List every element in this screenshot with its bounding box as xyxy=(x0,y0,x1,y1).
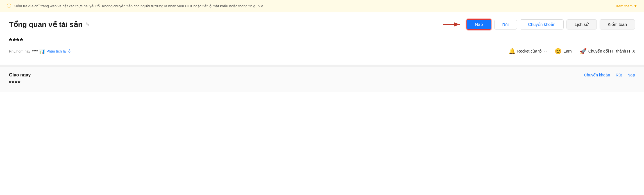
pnl-label: PnL hôm nay xyxy=(9,49,30,53)
spot-chuyen-khoan-link[interactable]: Chuyển khoản xyxy=(584,73,610,77)
balance-area: **** PnL hôm nay **** 📊 Phân tích lãi lỗ… xyxy=(9,37,635,55)
action-buttons: Nạp Rút Chuyển khoản Lịch sử Kiểm toán xyxy=(443,19,635,30)
spot-nap-link[interactable]: Nạp xyxy=(627,73,635,77)
lich-su-button[interactable]: Lịch sử xyxy=(566,19,597,30)
spot-title: Giao ngay xyxy=(9,72,31,78)
earn-label: Earn xyxy=(563,49,572,53)
earn-info-item[interactable]: 😊 Earn xyxy=(555,48,572,55)
main-section: Tổng quan về tài sản ✎ Nạp Rút Chuyển kh… xyxy=(0,12,644,65)
spot-header: Giao ngay Chuyển khoản Rút Nạp xyxy=(9,72,635,78)
chevron-down-icon: ▼ xyxy=(634,4,637,8)
rocket-info-item[interactable]: 🔔 Rocket của tôi -- xyxy=(509,48,547,55)
spot-section: Giao ngay Chuyển khoản Rút Nạp **** xyxy=(0,65,644,92)
balance-value: **** xyxy=(9,37,635,46)
convert-label: Chuyển đổi HT thành HTX xyxy=(588,49,635,53)
warning-text: Kiểm tra địa chỉ trang web và bật xác th… xyxy=(13,3,264,9)
info-group: 🔔 Rocket của tôi -- 😊 Earn 🚀 Chuyển đổi … xyxy=(509,48,635,55)
spot-balance: **** xyxy=(9,79,635,87)
warning-link-text: Xem thêm xyxy=(616,4,632,8)
warning-icon: ⓘ xyxy=(7,3,11,9)
rut-button[interactable]: Rút xyxy=(494,20,517,30)
pnl-value: **** xyxy=(32,49,38,53)
pnl-analysis-link[interactable]: 📊 Phân tích lãi lỗ xyxy=(39,49,71,54)
arrow-right-icon xyxy=(443,22,462,27)
header-row: Tổng quan về tài sản ✎ Nạp Rút Chuyển kh… xyxy=(9,19,635,30)
spot-actions: Chuyển khoản Rút Nạp xyxy=(584,73,635,77)
warning-link[interactable]: Xem thêm ▼ xyxy=(616,4,637,8)
rocket-icon: 🔔 xyxy=(509,48,516,55)
arrow-indicator xyxy=(443,22,462,27)
nap-button[interactable]: Nạp xyxy=(466,19,491,30)
chuyen-khoan-button[interactable]: Chuyển khoản xyxy=(520,19,564,30)
chart-icon: 📊 xyxy=(39,49,45,54)
warning-content: ⓘ Kiểm tra địa chỉ trang web và bật xác … xyxy=(7,3,616,9)
convert-icon: 🚀 xyxy=(580,48,587,55)
pnl-group: PnL hôm nay **** 📊 Phân tích lãi lỗ xyxy=(9,49,71,54)
rocket-value: -- xyxy=(544,49,547,53)
pnl-analysis-text: Phân tích lãi lỗ xyxy=(46,49,71,53)
title-group: Tổng quan về tài sản ✎ xyxy=(9,20,90,29)
balance-detail-row: PnL hôm nay **** 📊 Phân tích lãi lỗ 🔔 Ro… xyxy=(9,48,635,55)
convert-info-item[interactable]: 🚀 Chuyển đổi HT thành HTX xyxy=(580,48,635,55)
edit-icon[interactable]: ✎ xyxy=(85,21,90,28)
kiem-toan-button[interactable]: Kiểm toán xyxy=(600,19,635,30)
rocket-label: Rocket của tôi xyxy=(517,49,543,53)
page-title: Tổng quan về tài sản xyxy=(9,20,83,29)
warning-banner: ⓘ Kiểm tra địa chỉ trang web và bật xác … xyxy=(0,0,644,12)
earn-icon: 😊 xyxy=(555,48,562,55)
spot-rut-link[interactable]: Rút xyxy=(616,73,622,77)
